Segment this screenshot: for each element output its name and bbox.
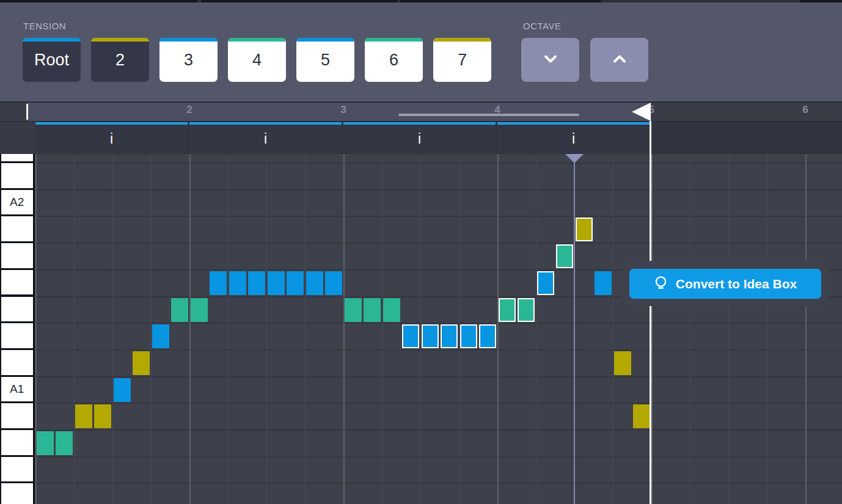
melody-note-a1[interactable] <box>114 378 131 402</box>
tension-accent-bar <box>296 38 354 42</box>
chord-row: iiii <box>0 122 842 153</box>
piano-key[interactable] <box>1 297 33 322</box>
melody-note-e2[interactable] <box>595 271 612 295</box>
tension-accent-bar <box>365 38 423 42</box>
tension-button-2[interactable]: 2 <box>91 38 149 82</box>
melody-note-c2[interactable] <box>152 324 169 348</box>
tension-button-label: Root <box>34 51 69 70</box>
gridline-vertical <box>497 154 499 504</box>
chord-cell-measure-3[interactable]: i <box>343 122 496 153</box>
piano-key[interactable] <box>1 163 33 188</box>
melody-note-c2-selected[interactable] <box>422 324 439 348</box>
lightbulb-icon <box>654 276 668 293</box>
piano-key[interactable] <box>1 216 33 241</box>
tension-button-root[interactable]: Root <box>23 38 81 82</box>
tension-button-label: 7 <box>458 51 467 70</box>
piano-key[interactable]: A1 <box>1 377 33 402</box>
melody-note-e2-selected[interactable] <box>537 271 554 295</box>
octave-up-button[interactable] <box>590 38 648 82</box>
piano-key[interactable] <box>1 270 33 295</box>
piano-key[interactable] <box>1 243 33 268</box>
melody-note-e2[interactable] <box>248 271 265 295</box>
chord-numeral: i <box>572 131 575 147</box>
melody-note-e2[interactable] <box>325 271 342 295</box>
melody-note-c2-selected[interactable] <box>479 324 496 348</box>
tension-button-label: 4 <box>252 51 262 70</box>
convert-overlay: Convert to Idea Box <box>622 261 829 306</box>
melody-note-g2-selected[interactable] <box>576 217 593 241</box>
gridline-vertical <box>651 154 653 504</box>
gridline-vertical <box>382 154 383 504</box>
piano-key-label: A1 <box>1 382 24 396</box>
melody-note-c2-selected[interactable] <box>402 324 419 348</box>
gridline-vertical <box>613 154 613 504</box>
gridline-vertical <box>767 154 767 504</box>
piano-key[interactable] <box>1 154 33 161</box>
octave-down-button[interactable] <box>521 38 579 82</box>
gridline-vertical <box>266 154 267 504</box>
tension-button-5[interactable]: 5 <box>296 38 354 82</box>
tension-button-6[interactable]: 6 <box>365 38 423 82</box>
melody-note-g1[interactable] <box>75 404 92 428</box>
section-end-marker[interactable] <box>632 103 651 121</box>
tension-button-7[interactable]: 7 <box>433 38 491 82</box>
piano-keys-column: A2A1 <box>0 154 35 504</box>
gridline-vertical <box>343 154 345 504</box>
piano-key[interactable] <box>1 457 33 482</box>
melody-note-d2[interactable] <box>191 298 208 322</box>
tension-button-label: 2 <box>115 51 125 70</box>
tension-button-4[interactable]: 4 <box>228 38 286 82</box>
chevron-up-icon <box>612 54 627 66</box>
playhead-marker[interactable] <box>565 154 584 163</box>
melody-note-c2-selected[interactable] <box>441 324 458 348</box>
melody-note-e2[interactable] <box>306 271 323 295</box>
melody-note-g1[interactable] <box>633 404 650 428</box>
melody-note-d2-selected[interactable] <box>499 298 516 322</box>
melody-note-d2[interactable] <box>383 298 400 322</box>
melody-note-d2[interactable] <box>171 298 188 322</box>
piano-key[interactable] <box>1 430 33 455</box>
piano-key[interactable] <box>1 403 33 428</box>
melody-note-f1[interactable] <box>56 431 73 455</box>
ruler-measure-number: 3 <box>331 104 356 116</box>
melody-note-c2-selected[interactable] <box>460 324 477 348</box>
octave-section-label: OCTAVE <box>523 21 561 31</box>
melody-note-d2[interactable] <box>364 298 381 322</box>
melody-note-e2[interactable] <box>287 271 304 295</box>
tension-button-3[interactable]: 3 <box>159 38 218 82</box>
melody-note-d2[interactable] <box>345 298 362 322</box>
note-grid[interactable]: A2A1 <box>0 154 842 504</box>
ruler-measure-number: 6 <box>793 104 818 116</box>
melody-note-f1[interactable] <box>37 431 54 455</box>
tension-accent-bar <box>228 38 286 42</box>
melody-note-e2[interactable] <box>268 271 285 295</box>
playhead-line <box>574 154 575 504</box>
convert-to-idea-box-button[interactable]: Convert to Idea Box <box>629 269 821 299</box>
piano-key[interactable] <box>1 323 33 348</box>
melody-note-f2-selected[interactable] <box>556 244 573 268</box>
melody-note-g1[interactable] <box>94 404 111 428</box>
chord-cell-measure-2[interactable]: i <box>189 122 342 153</box>
chord-numeral: i <box>264 131 267 147</box>
tension-button-label: 3 <box>184 51 193 70</box>
gridline-horizontal <box>35 243 842 244</box>
gridline-vertical <box>805 154 807 504</box>
melody-note-b1[interactable] <box>133 351 150 375</box>
timeline-ruler[interactable]: 23456 <box>0 103 842 121</box>
section-end-line-upper <box>650 121 651 154</box>
melody-note-e2[interactable] <box>210 271 227 295</box>
tension-accent-bar <box>433 38 491 42</box>
chord-cell-measure-1[interactable]: i <box>35 122 188 153</box>
piano-key[interactable]: A2 <box>1 190 33 215</box>
piano-key[interactable] <box>1 483 33 504</box>
timeline-scrollbar[interactable] <box>398 114 579 116</box>
chord-numeral: i <box>418 131 421 147</box>
melody-note-b1[interactable] <box>614 351 631 375</box>
chord-cell-measure-4[interactable]: i <box>497 122 650 153</box>
piano-key[interactable] <box>1 350 33 375</box>
gridline-vertical <box>459 154 459 504</box>
convert-button-label: Convert to Idea Box <box>676 277 797 291</box>
melody-note-d2-selected[interactable] <box>518 298 535 322</box>
melody-note-e2[interactable] <box>229 271 246 295</box>
gridline-horizontal <box>35 189 842 191</box>
